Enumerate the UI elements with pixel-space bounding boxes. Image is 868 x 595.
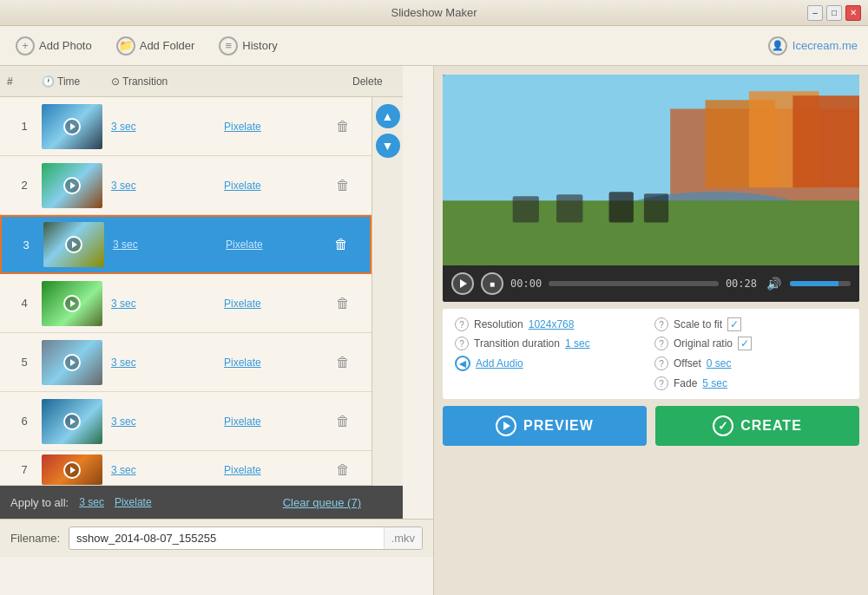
apply-label: Apply to all: <box>10 496 69 509</box>
time-link[interactable]: 3 sec <box>111 415 224 428</box>
time-link[interactable]: 3 sec <box>111 180 224 192</box>
add-folder-button[interactable]: 📁 Add Folder <box>111 33 201 59</box>
move-down-button[interactable]: ▼ <box>376 134 400 158</box>
offset-value[interactable]: 0 sec <box>707 357 732 369</box>
play-button[interactable] <box>451 272 474 295</box>
close-button[interactable]: ✕ <box>845 5 861 21</box>
original-ratio-checkbox[interactable]: ✓ <box>738 337 752 350</box>
filename-extension: .mkv <box>384 527 422 549</box>
app-title: Slideshow Maker <box>391 6 477 19</box>
main-content: # 🕐 Time ⊙ Transition Delete 1 <box>0 66 868 595</box>
svg-rect-9 <box>609 192 634 222</box>
resolution-help-icon[interactable]: ? <box>455 317 469 331</box>
history-button[interactable]: ≡ History <box>214 33 282 59</box>
delete-button[interactable]: 🗑 <box>321 296 365 311</box>
delete-button[interactable]: 🗑 <box>319 237 363 252</box>
transition-duration-row: ? Transition duration 1 sec <box>455 337 648 350</box>
transition-link[interactable]: Pixelate <box>224 121 321 133</box>
history-icon: ≡ <box>219 36 238 56</box>
scale-checkbox[interactable]: ✓ <box>727 317 741 331</box>
transition-link[interactable]: Pixelate <box>224 298 321 310</box>
resolution-value[interactable]: 1024x768 <box>529 318 575 330</box>
transition-link[interactable]: Pixelate <box>224 180 321 192</box>
clear-queue-link[interactable]: Clear queue (7) <box>283 496 361 509</box>
video-preview: 00:00 00:28 🔊 <box>443 75 859 302</box>
original-ratio-help-icon[interactable]: ? <box>654 337 668 350</box>
slide-thumbnail <box>42 340 102 385</box>
scale-row: ? Scale to fit ✓ <box>654 317 847 331</box>
transition-link[interactable]: Pixelate <box>224 464 321 476</box>
offset-row: ? Offset 0 sec <box>654 356 847 371</box>
filename-bar: Filename: .mkv <box>0 519 433 557</box>
create-button[interactable]: ✓ CREATE <box>655 406 859 446</box>
add-folder-icon: 📁 <box>116 36 135 56</box>
transition-link[interactable]: Pixelate <box>226 239 319 251</box>
apply-transition[interactable]: Pixelate <box>115 496 152 508</box>
slide-row[interactable]: 1 3 sec Pixelate 🗑 <box>0 97 372 156</box>
toolbar: + Add Photo 📁 Add Folder ≡ History 👤 Ice… <box>0 26 868 66</box>
transition-link[interactable]: Pixelate <box>224 356 321 369</box>
transition-help-icon[interactable]: ? <box>455 337 469 350</box>
slide-thumbnail <box>43 222 104 267</box>
add-audio-row[interactable]: ◄ Add Audio <box>455 356 648 371</box>
slide-row[interactable]: 6 3 sec Pixelate 🗑 <box>0 392 372 451</box>
slide-thumbnail <box>42 163 102 208</box>
fade-value[interactable]: 5 sec <box>702 377 727 389</box>
offset-label: Offset <box>674 357 701 369</box>
apply-time[interactable]: 3 sec <box>79 496 104 508</box>
time-link[interactable]: 3 sec <box>111 298 224 310</box>
stop-button[interactable] <box>481 272 503 295</box>
transition-value[interactable]: 1 sec <box>565 337 590 350</box>
transition-icon: ⊙ <box>111 75 120 88</box>
delete-button[interactable]: 🗑 <box>321 119 365 134</box>
table-header: # 🕐 Time ⊙ Transition Delete <box>0 66 403 97</box>
slide-row[interactable]: 5 3 sec Pixelate 🗑 <box>0 333 372 392</box>
delete-button[interactable]: 🗑 <box>321 462 365 478</box>
scale-help-icon[interactable]: ? <box>654 317 668 331</box>
delete-button[interactable]: 🗑 <box>321 414 365 429</box>
thumb-play-icon <box>63 461 81 479</box>
volume-icon[interactable]: 🔊 <box>764 274 783 293</box>
progress-bar[interactable] <box>549 281 719 286</box>
time-link[interactable]: 3 sec <box>113 239 226 251</box>
volume-bar[interactable] <box>790 281 851 286</box>
maximize-button[interactable]: □ <box>826 5 842 21</box>
original-ratio-row: ? Original ratio ✓ <box>654 337 847 350</box>
video-image <box>443 75 859 265</box>
slide-row[interactable]: 4 3 sec Pixelate 🗑 <box>0 274 372 333</box>
preview-button[interactable]: PREVIEW <box>443 406 647 446</box>
slide-row[interactable]: 3 3 sec Pixelate 🗑 <box>0 215 372 274</box>
time-link[interactable]: 3 sec <box>111 464 224 476</box>
move-up-button[interactable]: ▲ <box>376 104 400 128</box>
slide-list: 1 3 sec Pixelate 🗑 2 3 s <box>0 97 372 486</box>
slide-number: 6 <box>7 415 42 428</box>
delete-button[interactable]: 🗑 <box>321 355 365 370</box>
arrow-panel: ▲ ▼ <box>372 97 403 486</box>
window-controls: – □ ✕ <box>807 5 861 21</box>
preview-play-icon <box>496 415 516 436</box>
add-photo-button[interactable]: + Add Photo <box>10 33 97 59</box>
fade-help-icon[interactable]: ? <box>654 376 668 390</box>
time-link[interactable]: 3 sec <box>111 121 224 133</box>
thumb-play-icon <box>65 236 82 253</box>
slide-number: 5 <box>7 356 42 369</box>
list-container: 1 3 sec Pixelate 🗑 2 3 s <box>0 97 403 486</box>
svg-rect-8 <box>556 194 582 222</box>
thumb-play-icon <box>63 295 81 312</box>
branding: 👤 Icecream.me <box>768 36 858 56</box>
slide-row[interactable]: 7 3 sec Pixelate 🗑 <box>0 451 372 486</box>
filename-input[interactable] <box>69 527 383 549</box>
action-buttons: PREVIEW ✓ CREATE <box>443 406 859 446</box>
slide-section: # 🕐 Time ⊙ Transition Delete 1 <box>0 66 403 519</box>
slide-row[interactable]: 2 3 sec Pixelate 🗑 <box>0 156 372 215</box>
slide-number: 1 <box>7 120 42 133</box>
time-link[interactable]: 3 sec <box>111 356 224 369</box>
right-panel: 00:00 00:28 🔊 ? Resolution 1024x768 <box>434 66 868 595</box>
add-audio-link[interactable]: Add Audio <box>476 357 523 369</box>
transition-link[interactable]: Pixelate <box>224 415 321 428</box>
delete-button[interactable]: 🗑 <box>321 178 365 193</box>
thumb-play-icon <box>63 354 81 371</box>
time-total: 00:28 <box>726 278 757 290</box>
minimize-button[interactable]: – <box>807 5 823 21</box>
offset-help-icon[interactable]: ? <box>654 356 668 370</box>
